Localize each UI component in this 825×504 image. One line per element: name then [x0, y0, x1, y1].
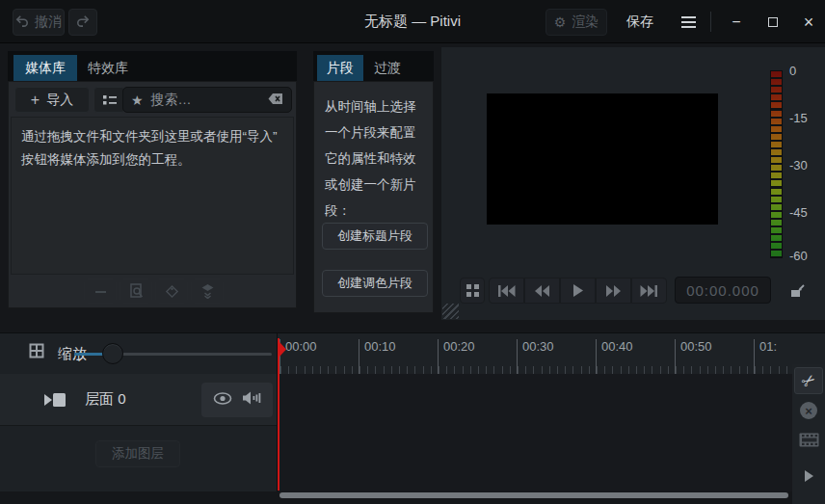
library-empty-hint: 通过拖拽文件和文件夹到这里或者使用“导入”按钮将媒体添加到您的工程。 [11, 117, 294, 275]
meter-label-15: -15 [789, 111, 808, 125]
titlebar-separator [710, 12, 711, 32]
import-button[interactable]: + 导入 [14, 87, 90, 113]
layer-controls [201, 383, 273, 417]
timeline-left-pane: 层面 0 添加图层 [0, 374, 277, 491]
zoom-fit-button[interactable] [29, 343, 44, 362]
timeline-ruler[interactable]: 00:00 00:10 00:20 00:30 00:40 00:50 01: [277, 333, 825, 375]
fast-forward-button[interactable] [596, 278, 631, 304]
view-mode-button[interactable] [93, 87, 125, 113]
ruler-label: 00:50 [675, 339, 754, 375]
video-preview [487, 93, 718, 225]
create-color-clip-button[interactable]: 创建调色片段 [322, 270, 428, 297]
grid-icon [466, 284, 479, 297]
skip-start-button[interactable] [489, 278, 524, 304]
render-button[interactable]: ⚙ 渲染 [546, 9, 607, 36]
clip-properties-button[interactable] [120, 279, 152, 304]
meter-label-30: -30 [789, 158, 808, 172]
meter-label-60: -60 [789, 249, 808, 263]
document-search-icon [129, 283, 144, 299]
rewind-button[interactable] [524, 278, 560, 304]
tab-media-library[interactable]: 媒体库 [13, 55, 77, 81]
star-icon: ★ [131, 93, 144, 108]
remove-clip-button[interactable] [84, 279, 117, 304]
menu-button[interactable] [673, 9, 704, 36]
clip-tabstrip: 片段 过渡 [313, 51, 434, 81]
play-button[interactable] [560, 278, 596, 304]
close-button[interactable]: × [794, 9, 823, 36]
horizontal-scrollbar[interactable] [279, 492, 788, 498]
render-label: 渲染 [572, 13, 599, 31]
pitivi-window: 撤消 无标题 — Pitivi ⚙ 渲染 保存 − × 媒体库 特效库 [0, 0, 825, 504]
tab-transition[interactable]: 过渡 [363, 55, 412, 81]
fast-forward-icon [605, 285, 622, 297]
tab-clip[interactable]: 片段 [317, 55, 363, 81]
timeline-right-toolbar: ✂ × [792, 364, 825, 504]
skip-start-icon [497, 285, 516, 297]
zoom-slider-thumb[interactable] [102, 343, 123, 364]
clear-search-icon[interactable] [268, 92, 283, 109]
audio-level-meter [770, 70, 783, 258]
video-layer-icon [44, 392, 67, 411]
ruler-label: 00:40 [596, 339, 675, 375]
insert-at-end-button[interactable] [191, 279, 224, 304]
viewer-grid-button[interactable] [460, 278, 485, 304]
play-icon [572, 284, 584, 297]
rewind-icon [534, 285, 550, 297]
add-layer-button[interactable]: 添加图层 [95, 440, 180, 467]
ruler-label: 00:20 [438, 339, 517, 375]
split-clip-button[interactable]: ✂ [794, 367, 823, 394]
create-title-clip-button[interactable]: 创建标题片段 [322, 223, 428, 250]
library-tabstrip: 媒体库 特效库 [8, 51, 297, 81]
maximize-button[interactable] [758, 9, 788, 36]
close-icon: × [804, 13, 814, 33]
ruler-label: 00:00 [279, 339, 359, 375]
pane-resize-grip[interactable] [442, 304, 459, 319]
meter-label-45: -45 [789, 205, 808, 220]
delete-icon: × [800, 402, 817, 419]
undock-viewer-button[interactable] [783, 278, 812, 303]
scissors-icon: ✂ [797, 368, 820, 392]
plus-icon: + [31, 92, 40, 109]
layer-visibility-button[interactable] [213, 391, 232, 409]
insert-end-icon [200, 283, 215, 299]
list-view-icon [103, 93, 117, 108]
meter-label-0: 0 [789, 64, 796, 78]
hamburger-icon [681, 21, 696, 23]
viewer-panel: 0 -15 -30 -45 -60 00:00.000 [441, 47, 825, 320]
search-input[interactable]: ★ 搜索… [122, 87, 292, 113]
timecode-entry[interactable]: 00:00.000 [675, 277, 771, 304]
minimize-icon: − [732, 13, 740, 31]
zoom-fit-icon [29, 343, 44, 358]
timeline-track-area[interactable] [277, 374, 792, 491]
gapless-mode-button[interactable] [794, 463, 823, 490]
undock-icon [789, 283, 806, 298]
filmstrip-icon [799, 433, 819, 447]
tag-button[interactable] [155, 279, 188, 304]
clip-properties-panel: 从时间轴上选择一个片段来配置它的属性和特效或创建一个新片段： 创建标题片段 创建… [313, 81, 434, 313]
search-placeholder: 搜索… [151, 92, 260, 109]
tag-icon [165, 284, 179, 299]
ruler-label: 00:30 [517, 339, 596, 375]
speaker-icon [243, 391, 261, 405]
skip-end-icon [640, 285, 658, 297]
minus-icon [94, 285, 107, 298]
timeline-toolbar: 缩放 00:00 00:10 00:20 00:30 00:40 00:50 0… [0, 332, 825, 374]
ruler-label: 00:10 [359, 339, 438, 375]
tab-effects-library[interactable]: 特效库 [77, 55, 139, 81]
import-label: 导入 [46, 92, 73, 109]
save-button[interactable]: 保存 [618, 9, 662, 36]
eye-icon [213, 392, 232, 405]
playhead-line[interactable] [278, 338, 279, 491]
ungroup-clip-button[interactable] [794, 426, 823, 453]
layer-audio-button[interactable] [243, 391, 261, 409]
skip-end-button[interactable] [631, 278, 667, 304]
delete-clip-button[interactable]: × [794, 397, 823, 424]
titlebar: 撤消 无标题 — Pitivi ⚙ 渲染 保存 − × [0, 0, 825, 43]
maximize-icon [768, 17, 778, 27]
media-library-panel: + 导入 ★ 搜索… 通过拖拽文件和文件夹到这里或者使用“导入”按钮将媒体添加到… [8, 81, 297, 308]
save-label: 保存 [626, 13, 653, 31]
layer-header[interactable]: 层面 0 [0, 374, 277, 426]
minimize-button[interactable]: − [721, 9, 752, 36]
render-gear-icon: ⚙ [554, 14, 567, 30]
layer-name: 层面 0 [85, 390, 126, 409]
